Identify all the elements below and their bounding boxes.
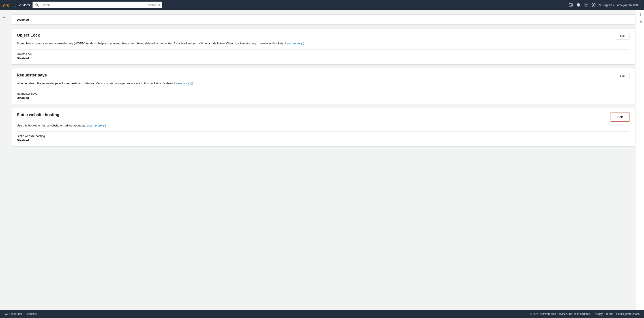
user-chevron-icon: ▾: [640, 4, 641, 6]
region-label: N. Virginia: [599, 3, 612, 7]
requester-pays-title: Requester pays: [17, 73, 47, 78]
right-sidebar: ℹ ◎: [636, 10, 644, 310]
object-lock-title: Object Lock: [17, 33, 40, 38]
region-selector[interactable]: N. Virginia ▾: [599, 3, 614, 7]
top-partial-value: Disabled: [17, 18, 29, 21]
static-website-hosting-card: Static website hosting Edit Use this buc…: [11, 108, 635, 147]
static-website-hosting-description: Use this bucket to host a website or red…: [17, 123, 630, 128]
compass-icon[interactable]: ◎: [639, 20, 642, 24]
object-lock-edit-button[interactable]: Edit: [616, 33, 630, 40]
object-lock-field-label: Object Lock: [17, 52, 630, 56]
user-menu[interactable]: ameyapranjale01 ▾: [617, 3, 641, 7]
static-website-hosting-field-value: Disabled: [17, 138, 630, 142]
search-input[interactable]: [40, 3, 146, 7]
object-lock-field: Object Lock Disabled: [17, 52, 630, 60]
requester-pays-field-value: Disabled: [17, 96, 630, 100]
object-lock-card: Object Lock Edit Store objects using a w…: [11, 28, 635, 65]
grid-icon: ⊞: [14, 3, 16, 7]
services-label: Services: [18, 3, 30, 7]
main-content: Disabled Object Lock Edit Store objects …: [0, 10, 644, 310]
static-website-hosting-field-label: Static website hosting: [17, 134, 630, 138]
help-icon[interactable]: [584, 3, 588, 7]
search-bar[interactable]: 🔍 [Option+S]: [32, 2, 162, 8]
search-shortcut: [Option+S]: [148, 4, 160, 6]
requester-pays-description: When enabled, the requester pays for req…: [17, 81, 630, 86]
svg-point-2: [584, 3, 588, 7]
region-chevron-icon: ▾: [613, 4, 614, 6]
requester-pays-learn-more-link[interactable]: Learn more: [174, 82, 193, 85]
settings-icon[interactable]: [592, 3, 596, 7]
hamburger-icon: ≡: [3, 15, 5, 20]
object-lock-field-value: Disabled: [17, 57, 630, 60]
requester-pays-field: Requester pays Disabled: [17, 92, 630, 100]
object-lock-header: Object Lock Edit: [17, 33, 630, 40]
svg-point-3: [586, 6, 586, 6]
requester-pays-card: Requester pays Edit When enabled, the re…: [11, 68, 635, 104]
static-website-hosting-field: Static website hosting Disabled: [17, 134, 630, 142]
requester-pays-field-label: Requester pays: [17, 92, 630, 95]
top-navigation: ⊞ Services 🔍 [Option+S] N. Virginia ▾ am…: [0, 0, 644, 10]
static-website-hosting-edit-button[interactable]: Edit: [611, 113, 630, 121]
object-lock-description: Store objects using a write-once-read-ma…: [17, 41, 630, 46]
sidebar-toggle[interactable]: ≡: [0, 14, 8, 22]
static-website-hosting-learn-more-link[interactable]: Learn more: [87, 124, 106, 127]
requester-pays-header: Requester pays Edit: [17, 73, 630, 79]
static-website-hosting-title: Static website hosting: [17, 113, 59, 117]
static-website-hosting-header: Static website hosting Edit: [17, 113, 630, 121]
search-icon: 🔍: [35, 3, 39, 7]
requester-pays-edit-button[interactable]: Edit: [616, 73, 630, 79]
svg-rect-0: [569, 4, 572, 6]
nav-icons: N. Virginia ▾ ameyapranjale01 ▾: [568, 3, 641, 7]
notifications-icon[interactable]: [576, 3, 581, 7]
cloudshell-nav-icon[interactable]: [568, 3, 573, 7]
aws-logo[interactable]: [3, 3, 11, 8]
info-icon[interactable]: ℹ: [640, 13, 641, 17]
top-partial-card: Disabled: [11, 14, 635, 25]
object-lock-learn-more-link[interactable]: Learn more: [285, 42, 304, 45]
user-label: ameyapranjale01: [617, 3, 640, 7]
nav-services-button[interactable]: ⊞ Services: [14, 3, 30, 7]
